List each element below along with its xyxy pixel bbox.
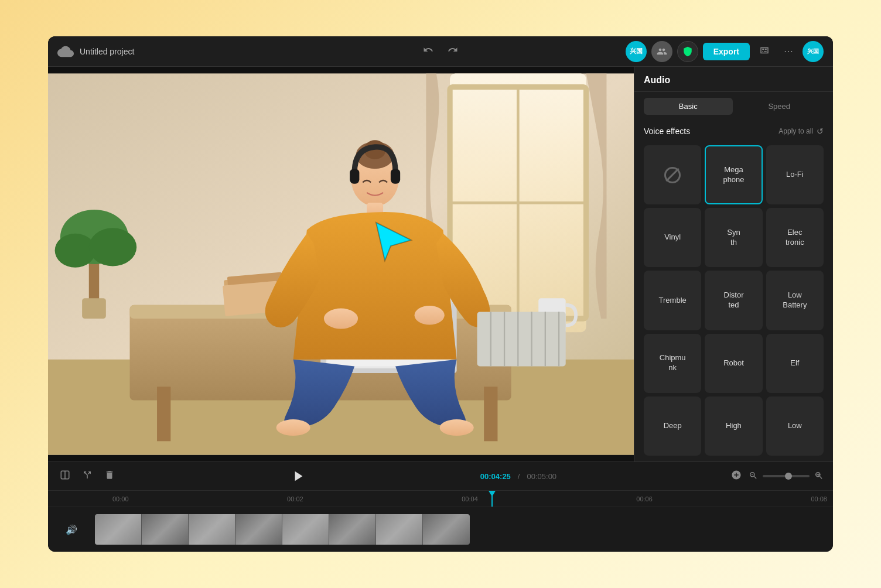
svg-rect-9	[484, 387, 497, 441]
effect-lofi[interactable]: Lo-Fi	[766, 145, 824, 204]
scene-image	[48, 67, 634, 461]
effect-low[interactable]: Low	[766, 396, 824, 456]
video-thumb-2	[142, 514, 189, 545]
effect-synth-label: Synth	[727, 228, 740, 248]
timeline-ruler: 00:00 00:02 00:04 00:06 00:08	[48, 491, 833, 507]
svg-rect-21	[82, 298, 106, 319]
main-content: Audio Basic Speed Voice effects Apply to…	[48, 67, 833, 461]
ruler-mark-4: 00:08	[811, 495, 827, 502]
effects-grid: Megaphone Lo-Fi Vinyl Synth Electronic	[634, 145, 833, 461]
effect-lowbattery-label: LowBattery	[783, 290, 807, 310]
trim-start-btn[interactable]	[57, 467, 73, 485]
video-thumb-1	[95, 514, 142, 545]
title-bar-center	[313, 42, 568, 60]
voice-effects-section: Voice effects Apply to all ↺	[634, 121, 833, 145]
layout-btn[interactable]	[754, 43, 774, 60]
title-bar-right: 兴国 Export ⋯ 兴国	[568, 41, 824, 62]
effect-vinyl[interactable]: Vinyl	[644, 208, 701, 267]
effect-vinyl-label: Vinyl	[664, 233, 681, 242]
total-time: 00:05:00	[527, 472, 556, 481]
video-thumb-3	[189, 514, 235, 545]
effect-robot[interactable]: Robot	[705, 334, 762, 393]
split-btn[interactable]	[80, 467, 95, 485]
effect-lofi-label: Lo-Fi	[786, 170, 804, 180]
effect-high[interactable]: High	[705, 396, 762, 456]
effect-elf[interactable]: Elf	[766, 334, 824, 393]
timeline-tracks: 🔊 Aestheti	[48, 507, 833, 552]
apply-all-label: Apply to all	[778, 127, 813, 135]
right-panel: Audio Basic Speed Voice effects Apply to…	[634, 67, 833, 461]
effect-electronic-label: Electronic	[786, 228, 804, 248]
video-thumb-5	[282, 514, 329, 545]
tab-basic[interactable]: Basic	[644, 98, 733, 115]
effect-distorted-label: Distorted	[724, 290, 744, 310]
app-window: Untitled project 兴国 Export ⋯ 兴国	[48, 36, 833, 552]
video-track-row: 🔊 Aestheti	[48, 512, 833, 547]
reset-button[interactable]: ↺	[817, 127, 824, 136]
zoom-out-btn[interactable]	[749, 471, 758, 482]
svg-point-29	[415, 306, 445, 325]
effect-chipmunk-label: Chipmunk	[660, 353, 686, 373]
effect-tremble-label: Tremble	[659, 296, 687, 306]
ruler-mark-3: 00:06	[636, 495, 653, 502]
undo-button[interactable]	[421, 42, 436, 60]
cloud-icon	[57, 43, 74, 60]
title-bar-left: Untitled project	[57, 43, 313, 60]
voice-effects-label: Voice effects	[644, 127, 690, 136]
zoom-in-btn[interactable]	[814, 471, 824, 482]
panel-header: Audio	[634, 67, 833, 92]
effect-chipmunk[interactable]: Chipmunk	[644, 334, 701, 393]
svg-marker-42	[295, 471, 302, 481]
effect-megaphone[interactable]: Megaphone	[705, 145, 762, 204]
track-controls: 🔊	[48, 524, 95, 535]
effect-deep[interactable]: Deep	[644, 396, 701, 456]
shield-btn[interactable]	[677, 41, 698, 62]
video-thumb-7	[376, 514, 423, 545]
panel-title: Audio	[644, 75, 670, 85]
track-content: Aesthetic 00:05:00	[95, 514, 833, 545]
effect-lowbattery[interactable]: LowBattery	[766, 271, 824, 330]
effect-electronic[interactable]: Electronic	[766, 208, 824, 267]
effect-high-label: High	[726, 421, 742, 431]
effect-elf-label: Elf	[790, 358, 799, 368]
video-track	[95, 514, 470, 545]
panel-tabs: Basic Speed	[634, 92, 833, 121]
effect-distorted[interactable]: Distorted	[705, 271, 762, 330]
time-separator: /	[518, 472, 520, 481]
playhead	[491, 491, 493, 507]
svg-point-31	[440, 419, 474, 436]
effect-tremble[interactable]: Tremble	[644, 271, 701, 330]
video-thumb-6	[329, 514, 376, 545]
export-button[interactable]: Export	[703, 43, 750, 60]
avatar-btn-2[interactable]	[651, 41, 672, 62]
audio-toggle[interactable]: 🔊	[66, 524, 77, 535]
profile-btn[interactable]: 兴国	[803, 41, 824, 62]
effect-none[interactable]	[644, 145, 701, 204]
playhead-head	[489, 491, 496, 497]
project-title: Untitled project	[80, 47, 134, 56]
play-button[interactable]	[289, 467, 308, 486]
effect-synth[interactable]: Synth	[705, 208, 762, 267]
svg-point-20	[89, 228, 136, 266]
effect-deep-label: Deep	[664, 421, 682, 431]
zoom-slider[interactable]	[763, 475, 810, 477]
video-preview	[48, 67, 634, 461]
redo-button[interactable]	[445, 42, 460, 60]
add-track-btn[interactable]	[729, 467, 744, 485]
more-btn[interactable]: ⋯	[779, 43, 798, 59]
section-actions: Apply to all ↺	[778, 127, 824, 136]
svg-rect-25	[350, 169, 359, 184]
svg-point-28	[324, 309, 358, 329]
video-thumb-8	[423, 514, 470, 545]
svg-rect-26	[391, 169, 400, 184]
delete-btn[interactable]	[102, 467, 117, 485]
tab-speed[interactable]: Speed	[735, 98, 824, 115]
timeline-right	[729, 467, 824, 485]
effect-robot-label: Robot	[723, 358, 744, 368]
ruler-mark-2: 00:04	[462, 495, 478, 502]
svg-point-30	[276, 419, 310, 436]
svg-rect-8	[157, 387, 170, 441]
avatar-btn-1[interactable]: 兴国	[626, 41, 647, 62]
timeline-controls: 00:04:25 / 00:05:00	[48, 462, 833, 491]
ruler-mark-1: 00:02	[287, 495, 303, 502]
